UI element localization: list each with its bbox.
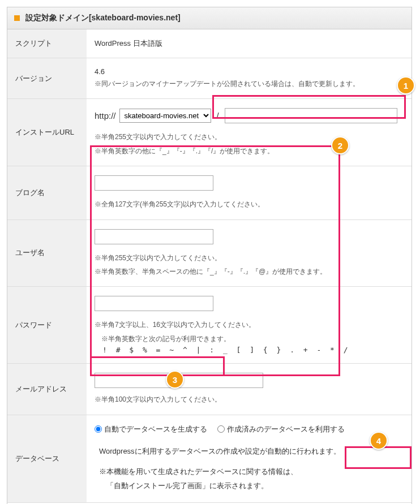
- url-path-input[interactable]: [225, 108, 397, 123]
- form-table: スクリプト WordPress 日本語版 バージョン 4.6 ※同バージョンのマ…: [7, 29, 412, 503]
- blogname-input[interactable]: [95, 175, 213, 191]
- panel-header: 設定対象ドメイン[skateboard-movies.net]: [7, 7, 412, 29]
- username-input[interactable]: [95, 229, 213, 244]
- db-radio-existing[interactable]: [217, 425, 225, 433]
- password-note2: ※半角英数字と次の記号が利用できます。: [95, 333, 404, 344]
- header-title: 設定対象ドメイン[skateboard-movies.net]: [25, 13, 181, 22]
- db-text1: Wordpressに利用するデータベースの作成や設定が自動的に行われます。: [99, 445, 404, 459]
- row-installurl-label: インストールURL: [7, 99, 87, 166]
- version-value: 4.6: [95, 67, 404, 76]
- username-note2: ※半角英数字、半角スペースの他に『_』『-』『.』『@』が使用できます。: [95, 266, 404, 277]
- domain-select[interactable]: skateboard-movies.net: [119, 109, 211, 123]
- installurl-note2: ※半角英数字の他に『_』『-』『.』『/』が使用できます。: [95, 145, 404, 157]
- password-note1: ※半角7文字以上、16文字以内で入力してください。: [95, 319, 404, 330]
- db-radio-existing-label[interactable]: 作成済みのデータベースを利用する: [227, 424, 345, 434]
- mail-note: ※半角100文字以内で入力してください。: [95, 394, 404, 405]
- db-radio-auto-label[interactable]: 自動でデータベースを生成する: [104, 424, 207, 434]
- username-note1: ※半角255文字以内で入力してください。: [95, 252, 404, 264]
- password-input[interactable]: [95, 296, 213, 311]
- row-script-label: スクリプト: [7, 29, 87, 58]
- db-text3: 「自動インストール完了画面」に表示されます。: [99, 479, 404, 493]
- blogname-note: ※全角127文字(半角255文字)以内で入力してください。: [95, 199, 404, 210]
- db-text2: ※本機能を用いて生成されたデータベースに関する情報は、: [99, 465, 404, 479]
- row-mail-label: メールアドレス: [7, 364, 87, 415]
- header-icon: [14, 15, 20, 21]
- row-blogname-label: ブログ名: [7, 166, 87, 219]
- row-database-label: データベース: [7, 415, 87, 502]
- installurl-note1: ※半角255文字以内で入力してください。: [95, 131, 404, 143]
- db-radio-auto[interactable]: [95, 425, 102, 433]
- badge-4: 4: [370, 432, 388, 450]
- row-password-label: パスワード: [7, 287, 87, 364]
- row-version-label: バージョン: [7, 58, 87, 99]
- version-note: ※同バージョンのマイナーアップデートが公開されている場合は、自動で更新します。: [95, 78, 404, 89]
- badge-2: 2: [331, 136, 349, 154]
- password-symbols: ! # $ % = ~ ^ | : _ [ ] { } . + - * /: [102, 346, 404, 354]
- badge-1: 1: [397, 76, 415, 94]
- badge-3: 3: [166, 371, 184, 389]
- url-prefix: http://: [95, 111, 116, 120]
- settings-panel: 設定対象ドメイン[skateboard-movies.net] スクリプト Wo…: [7, 7, 412, 504]
- row-script-value: WordPress 日本語版: [87, 29, 412, 58]
- row-username-label: ユーザ名: [7, 219, 87, 287]
- url-slash: /: [217, 111, 219, 120]
